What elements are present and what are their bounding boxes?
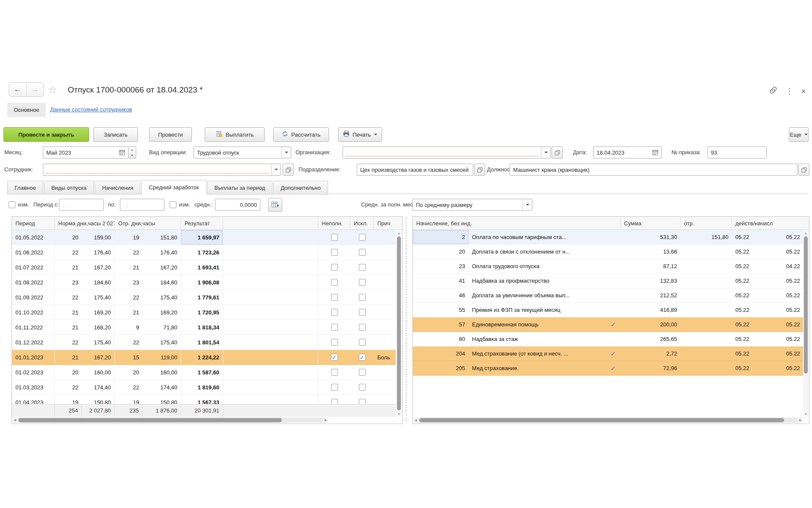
iskl-checkbox[interactable] [359, 264, 366, 271]
back-button[interactable]: ← [9, 83, 27, 96]
print-button[interactable]: Печать [338, 127, 382, 142]
department-input[interactable]: Цех производства газов и газовых смесей [357, 164, 473, 176]
organization-open-button[interactable] [552, 146, 563, 158]
post-and-close-button[interactable]: Провести и закрыть [3, 127, 89, 142]
iskl-checkbox[interactable]: ✓ [359, 354, 366, 361]
nepoln-checkbox[interactable] [331, 234, 338, 241]
table-row[interactable]: 01.01.202321167,2015119,001 224,22✓✓Боль [12, 350, 396, 365]
iskl-checkbox[interactable] [359, 234, 366, 241]
iskl-checkbox[interactable] [359, 324, 366, 331]
save-button[interactable]: Записать [93, 127, 138, 142]
nepoln-checkbox[interactable] [331, 249, 338, 256]
employee-open-button[interactable] [283, 164, 294, 176]
scroll-left-icon[interactable]: ◀ [413, 418, 418, 422]
tab-Виды отпуска[interactable]: Виды отпуска [44, 181, 94, 194]
tab-Средний заработок[interactable]: Средний заработок [141, 180, 206, 195]
table-row[interactable]: 80Надбавка за стаж265,6505.2205.22 [413, 332, 803, 347]
dropdown-button[interactable] [281, 147, 291, 158]
avg-input[interactable]: 0,0000 [215, 199, 260, 211]
table-row[interactable]: 23Оплата трудового отпуска87,1205.2204.2… [413, 259, 803, 274]
calculate-button[interactable]: Рассчитать [273, 127, 329, 142]
scroll-thumb[interactable] [419, 418, 784, 422]
forward-button[interactable]: → [27, 83, 44, 96]
tab-Начисления[interactable]: Начисления [95, 181, 140, 194]
close-icon[interactable]: × [801, 87, 806, 96]
nepoln-checkbox[interactable] [331, 309, 338, 316]
nav-link-employee-states[interactable]: Данные состояний сотрудников [50, 106, 132, 113]
table-row[interactable]: 01.11.202221168,20971,801 818,34 [12, 320, 396, 335]
period-to-input[interactable]: . . [120, 199, 164, 211]
scroll-thumb[interactable] [804, 236, 808, 374]
right-table-vscrollbar[interactable]: ▲ ▼ [803, 230, 809, 416]
table-row[interactable]: 01.02.202320160,0020160,001 587,60 [12, 365, 396, 380]
izm-avg-checkbox[interactable] [170, 201, 176, 208]
table-row[interactable]: 57Единовременная помощь✓200,0005.2205.22 [413, 317, 803, 332]
table-row[interactable]: 20Доплата в связи с отклонением от н...1… [413, 245, 803, 259]
more-menu-icon[interactable]: ⋮ [785, 87, 793, 96]
scroll-thumb[interactable] [397, 236, 401, 410]
organization-select[interactable] [343, 146, 551, 158]
iskl-checkbox[interactable] [359, 339, 366, 346]
table-row[interactable]: 55Премия из ФЗП за текущий месяц416,8905… [413, 303, 803, 317]
month-input[interactable]: Май 2023 [43, 146, 128, 158]
left-table-vscrollbar[interactable]: ▲ ▼ [396, 230, 402, 416]
iskl-checkbox[interactable] [359, 384, 366, 391]
dropdown-button[interactable] [271, 164, 281, 175]
iskl-checkbox[interactable] [359, 249, 366, 256]
izm-period-checkbox[interactable] [9, 201, 15, 208]
tab-Выплаты за период[interactable]: Выплаты за период [207, 181, 273, 194]
table-row[interactable]: 01.10.202221169,2021169,201 720,95 [12, 305, 396, 320]
pay-button[interactable]: Выплатить [205, 127, 265, 142]
scroll-down-icon[interactable]: ▼ [397, 411, 400, 416]
link-icon[interactable] [769, 86, 778, 96]
scroll-left-icon[interactable]: ◀ [12, 418, 18, 422]
table-row[interactable]: 01.08.202223184,6023184,601 906,08 [12, 275, 396, 290]
period-from-input[interactable]: . . [59, 199, 104, 211]
nepoln-checkbox[interactable] [331, 369, 338, 376]
operation-select[interactable]: Трудовой отпуск [194, 146, 291, 158]
iskl-checkbox[interactable] [359, 294, 366, 301]
order-number-input[interactable]: 93 [708, 146, 767, 158]
fill-table-button[interactable] [268, 198, 282, 212]
scroll-thumb[interactable] [18, 418, 282, 422]
scroll-up-icon[interactable]: ▲ [397, 230, 400, 236]
step-up-icon[interactable]: ▲ [128, 147, 136, 152]
tab-Дополнительно[interactable]: Дополнительно [273, 181, 328, 194]
position-input[interactable]: Машинист крана (крановщик) [510, 164, 797, 176]
nepoln-checkbox[interactable]: ✓ [331, 354, 338, 361]
scroll-right-icon[interactable]: ▶ [323, 418, 328, 422]
dropdown-button[interactable] [541, 147, 550, 158]
table-row[interactable]: 41Надбавка за профмастерство132,8305.220… [413, 274, 803, 288]
table-row[interactable]: 2Оплата по часовым тарифным ста...531,30… [413, 230, 803, 245]
more-button[interactable]: Еще [789, 127, 809, 142]
table-row[interactable]: 205Мед.страхование.✓72,9605.2205.22 [413, 361, 803, 376]
nepoln-checkbox[interactable] [331, 324, 338, 331]
iskl-checkbox[interactable] [359, 369, 366, 376]
employee-select[interactable] [43, 164, 281, 176]
left-table-hscrollbar[interactable]: ◀ ▶ [12, 417, 328, 423]
step-down-icon[interactable]: ▼ [128, 152, 136, 158]
nepoln-checkbox[interactable] [331, 384, 338, 391]
scroll-up-icon[interactable]: ▲ [804, 230, 807, 236]
iskl-checkbox[interactable] [359, 279, 366, 286]
tab-Главное[interactable]: Главное [7, 181, 43, 194]
nepoln-checkbox[interactable] [331, 339, 338, 346]
month-stepper[interactable]: ▲▼ [128, 146, 136, 158]
table-splitter[interactable] [406, 217, 407, 423]
post-button[interactable]: Провести [149, 127, 192, 142]
nepoln-checkbox[interactable] [331, 279, 338, 286]
table-row[interactable]: 01.07.202221167,2021167,201 693,41 [12, 260, 396, 275]
table-row[interactable]: 01.12.202222175,4022175,401 801,54 [12, 335, 396, 350]
table-row[interactable]: 01.03.202322174,4022174,401 819,60 [12, 380, 396, 395]
scroll-right-icon[interactable]: ▶ [798, 418, 803, 422]
table-row[interactable]: 01.06.202222176,4022176,401 723,26 [12, 245, 396, 260]
date-input[interactable]: 18.04.2023 [593, 146, 662, 158]
scroll-down-icon[interactable]: ▼ [804, 411, 807, 416]
nepoln-checkbox[interactable] [331, 264, 338, 271]
favorite-star-icon[interactable]: ☆ [48, 84, 57, 96]
nav-item-main[interactable]: Основное [7, 103, 46, 117]
right-table-hscrollbar[interactable]: ◀ ▶ [413, 417, 803, 423]
iskl-checkbox[interactable] [359, 309, 366, 316]
dropdown-button[interactable] [522, 199, 532, 210]
calendar-icon[interactable] [652, 149, 658, 155]
